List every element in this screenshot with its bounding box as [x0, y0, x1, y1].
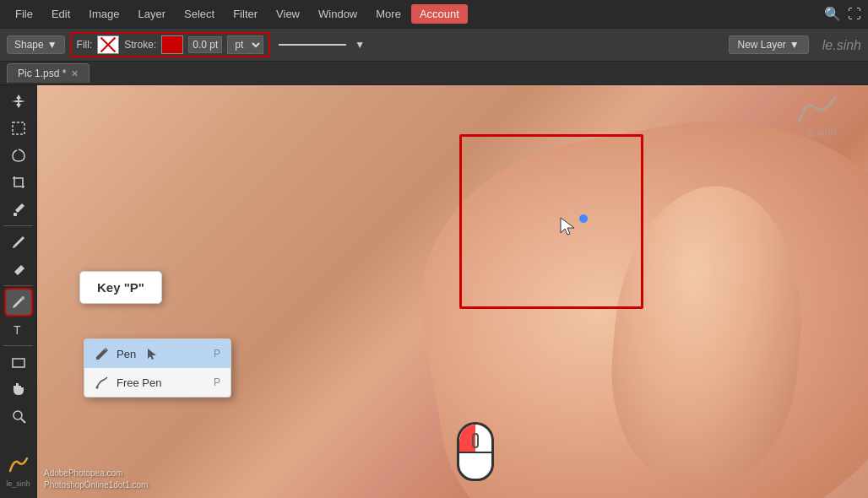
tool-move[interactable]: [6, 89, 31, 114]
stroke-line-arrow[interactable]: ▼: [355, 39, 365, 51]
tab-bar: Pic 1.psd * ✕: [0, 62, 868, 85]
mouse-body: [457, 422, 494, 481]
shape-label: Shape: [14, 39, 44, 51]
menu-window[interactable]: Window: [310, 4, 366, 24]
tool-hand[interactable]: [6, 376, 31, 402]
svg-line-7: [21, 419, 25, 423]
expand-icon[interactable]: ⛶: [848, 7, 861, 22]
context-menu-freepen-label: Free Pen: [117, 376, 161, 389]
svg-rect-2: [14, 213, 17, 216]
tool-lasso[interactable]: [6, 143, 31, 168]
svg-marker-0: [12, 95, 25, 108]
tab-close-button[interactable]: ✕: [71, 68, 79, 79]
svg-point-9: [105, 349, 107, 351]
fill-label: Fill:: [77, 39, 93, 51]
pen-cursor-icon: [146, 347, 158, 360]
logo-text: le.sinh: [822, 38, 861, 52]
move-icon: [11, 94, 26, 109]
toolbar-divider-1: [3, 225, 32, 226]
tab-pic1[interactable]: Pic 1.psd * ✕: [7, 63, 90, 83]
toolbar-logo: le_sinh: [6, 447, 31, 495]
stroke-line-preview: [279, 44, 346, 46]
menu-layer[interactable]: Layer: [130, 4, 175, 24]
tool-shape[interactable]: [6, 349, 31, 375]
watermark: AdobePhotopea.com PhotoshopOnline1dot1.c…: [44, 468, 148, 491]
context-menu-freepen-shortcut: P: [214, 376, 220, 388]
stroke-pt-input[interactable]: 0.0 pt: [188, 36, 222, 53]
eraser-icon: [11, 262, 26, 277]
zoom-icon: [11, 409, 26, 424]
tool-crop[interactable]: [6, 170, 31, 195]
new-layer-dropdown-arrow: ▼: [789, 39, 800, 51]
svg-rect-5: [13, 359, 24, 367]
search-icon[interactable]: 🔍: [824, 6, 841, 22]
menu-edit[interactable]: Edit: [43, 4, 79, 24]
stroke-swatch[interactable]: [161, 35, 183, 54]
main-area: T le_sinh: [0, 85, 868, 498]
marquee-icon: [11, 121, 26, 136]
mouse-divider: [459, 452, 491, 453]
context-menu-pen-shortcut: P: [214, 348, 220, 360]
tool-brush[interactable]: [6, 230, 31, 255]
context-menu: Pen P Free Pen P: [84, 338, 231, 398]
tool-eraser[interactable]: [6, 257, 31, 282]
pen-icon: [11, 295, 26, 310]
tool-eyedropper[interactable]: [6, 197, 31, 222]
fill-swatch[interactable]: [97, 35, 119, 54]
menu-bar: File Edit Image Layer Select Filter View…: [0, 0, 868, 28]
left-toolbar: T le_sinh: [0, 85, 37, 498]
logo-swoosh: [793, 92, 846, 130]
menu-more[interactable]: More: [367, 4, 410, 24]
tooltip-text: Key "P": [97, 280, 144, 295]
menu-image[interactable]: Image: [80, 4, 127, 24]
logo-area: le.sinh: [822, 36, 861, 54]
menu-file[interactable]: File: [7, 4, 41, 24]
svg-marker-8: [561, 218, 574, 235]
tool-type[interactable]: T: [6, 317, 31, 342]
options-bar: Shape ▼ Fill: Stroke: 0.0 pt pt px ▼ New…: [0, 28, 868, 62]
brush-icon: [11, 235, 26, 250]
stroke-label: Stroke:: [124, 39, 156, 51]
watermark-line1: AdobePhotopea.com: [44, 468, 148, 479]
pen-tool-icon: [95, 346, 110, 361]
tool-marquee[interactable]: [6, 116, 31, 141]
hand-icon: [11, 382, 26, 397]
fill-stroke-group: Fill: Stroke: 0.0 pt pt px: [70, 32, 271, 57]
tool-zoom[interactable]: [6, 403, 31, 429]
menu-account[interactable]: Account: [411, 4, 468, 24]
canvas-background: Key "P" Pen P: [37, 85, 868, 498]
mouse-icon: [457, 422, 494, 481]
tab-label: Pic 1.psd *: [18, 68, 66, 79]
crop-icon: [11, 175, 26, 190]
menu-view[interactable]: View: [268, 4, 308, 24]
toolbar-divider-3: [3, 345, 32, 346]
mouse-scroll-wheel: [472, 433, 479, 448]
lasso-icon: [11, 148, 26, 163]
watermark-line2: PhotoshopOnline1dot1.com: [44, 479, 148, 491]
shape-button[interactable]: Shape ▼: [7, 35, 65, 54]
shape-icon: [11, 355, 26, 370]
toolbar-logo-icon: [6, 454, 31, 479]
anchor-point: [579, 214, 588, 223]
svg-text:T: T: [14, 323, 21, 337]
svg-point-6: [14, 411, 22, 420]
menu-select[interactable]: Select: [176, 4, 223, 24]
menu-filter[interactable]: Filter: [225, 4, 266, 24]
selection-rectangle: [459, 134, 643, 309]
fill-no-color-icon: [98, 36, 118, 53]
svg-rect-1: [13, 122, 24, 134]
cursor-arrow: [559, 216, 576, 239]
toolbar-divider-2: [3, 285, 32, 286]
tool-pen[interactable]: [6, 290, 31, 315]
stroke-pt-dropdown[interactable]: pt px: [227, 35, 263, 54]
canvas-area[interactable]: Key "P" Pen P: [37, 85, 868, 498]
type-icon: T: [11, 322, 26, 337]
context-menu-pen-label: Pen: [117, 348, 136, 360]
tooltip-bubble: Key "P": [79, 271, 162, 304]
context-menu-item-freepen[interactable]: Free Pen P: [84, 368, 231, 397]
context-menu-item-pen[interactable]: Pen P: [84, 339, 231, 368]
new-layer-button[interactable]: New Layer ▼: [729, 35, 809, 54]
new-layer-label: New Layer: [738, 39, 786, 51]
shape-dropdown-arrow: ▼: [47, 39, 57, 51]
svg-point-3: [21, 296, 24, 300]
